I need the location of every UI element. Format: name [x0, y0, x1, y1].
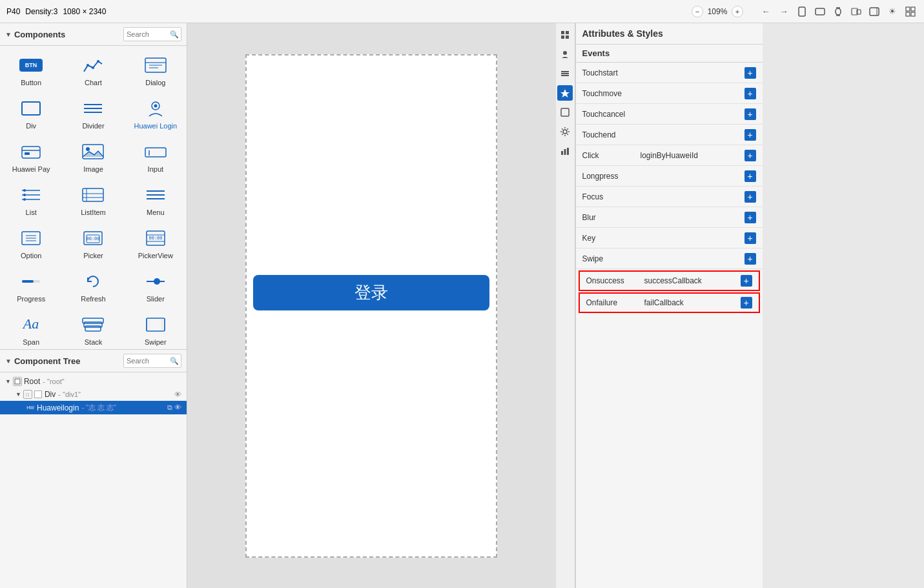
phone-portrait-icon[interactable]	[795, 5, 809, 19]
span-label: Span	[23, 338, 39, 346]
tree-node-div[interactable]: ▼ □ Div - "div1" 👁	[0, 388, 187, 401]
component-button[interactable]: BTN Button	[0, 48, 62, 92]
event-row-longpress: Longpress +	[576, 166, 763, 187]
focus-name: Focus	[582, 192, 641, 201]
component-list[interactable]: List	[0, 178, 62, 221]
onfailure-name: Onfailure	[586, 298, 644, 307]
component-huawei-login[interactable]: Huawei Login	[125, 92, 187, 135]
side-settings-icon[interactable]	[557, 124, 573, 139]
svg-rect-0	[799, 7, 805, 16]
right-panel: Attributes & Styles Events Touchstart + …	[575, 23, 763, 588]
touchstart-name: Touchstart	[582, 68, 641, 77]
list-label: List	[26, 208, 37, 216]
svg-rect-79	[561, 73, 569, 74]
component-chart[interactable]: Chart	[62, 48, 124, 92]
onfailure-add-btn[interactable]: +	[741, 297, 752, 309]
component-stack[interactable]: Stack	[62, 308, 124, 349]
event-row-onsuccess: Onsuccess successCallback +	[579, 270, 760, 291]
tree-node-root[interactable]: ▼ Root - "root"	[0, 375, 187, 388]
divider-label: Divider	[82, 122, 104, 130]
component-span[interactable]: Aa Span	[0, 308, 62, 349]
side-frame-icon[interactable]	[557, 105, 573, 120]
touchend-add-btn[interactable]: +	[744, 129, 756, 141]
tablet-icon[interactable]	[867, 5, 881, 19]
main-layout: ▼ Components 🔍 BTN Button Chart	[0, 23, 924, 588]
component-image[interactable]: Image	[62, 135, 124, 178]
root-value: - "root"	[43, 378, 64, 385]
focus-add-btn[interactable]: +	[744, 191, 756, 203]
svg-point-40	[23, 198, 26, 201]
svg-rect-66	[83, 318, 103, 323]
touchmove-add-btn[interactable]: +	[744, 88, 756, 99]
onsuccess-add-btn[interactable]: +	[741, 275, 752, 287]
side-user-icon[interactable]	[557, 46, 573, 62]
eye-icon-2[interactable]: 👁	[174, 403, 181, 412]
svg-point-27	[154, 105, 157, 108]
component-swiper[interactable]: Swiper	[125, 308, 187, 349]
event-row-touchcancel: Touchcancel +	[576, 104, 763, 125]
div-label: Div	[26, 122, 36, 130]
side-component-icon[interactable]	[557, 27, 573, 43]
zoom-out-button[interactable]: −	[692, 6, 703, 17]
component-tree-section: ▼ Component Tree 🔍 ▼ Root - "root"	[0, 349, 187, 588]
event-row-touchmove: Touchmove +	[576, 83, 763, 104]
component-pickerview[interactable]: 00:00 PickerView	[125, 221, 187, 265]
svg-text:00:00: 00:00	[149, 236, 162, 241]
touchcancel-add-btn[interactable]: +	[744, 108, 756, 120]
watch-icon[interactable]	[831, 5, 845, 19]
divider-icon	[80, 97, 106, 120]
device-label: P40	[6, 7, 20, 16]
tree-node-huaweilogin[interactable]: HW Huaweilogin - "志 志 志" ⧉ 👁	[0, 401, 187, 414]
copy-icon[interactable]: ⧉	[167, 403, 172, 412]
blur-add-btn[interactable]: +	[744, 212, 756, 223]
components-arrow-icon: ▼	[5, 31, 12, 38]
eye-icon[interactable]: 👁	[174, 390, 181, 398]
touchstart-add-btn[interactable]: +	[744, 67, 756, 79]
component-option[interactable]: Option	[0, 221, 62, 265]
tree-expand-div: ▼	[15, 391, 21, 398]
component-div[interactable]: Div	[0, 92, 62, 135]
component-slider[interactable]: Slider	[125, 265, 187, 308]
root-type-badge	[13, 377, 22, 386]
huaweilogin-tree-value: - "志 志 志"	[81, 403, 116, 412]
huawei-login-label: Huawei Login	[134, 122, 178, 130]
multi-device-icon[interactable]	[849, 5, 863, 19]
key-add-btn[interactable]: +	[744, 232, 756, 244]
zoom-in-button[interactable]: +	[732, 6, 743, 17]
huawei-type-badge: HW	[26, 403, 35, 412]
refresh-icon	[80, 270, 106, 293]
component-menu[interactable]: Menu	[125, 178, 187, 221]
click-add-btn[interactable]: +	[744, 150, 756, 161]
event-row-click: Click loginByHuaweiId +	[576, 145, 763, 166]
svg-text:Aa: Aa	[22, 316, 39, 332]
component-listitem[interactable]: ListItem	[62, 178, 124, 221]
svg-text:BTN: BTN	[25, 62, 37, 68]
grid-icon[interactable]	[903, 5, 918, 19]
side-events-icon[interactable]	[557, 85, 573, 101]
listitem-icon	[80, 183, 106, 207]
list-icon	[18, 183, 44, 207]
phone-landscape-icon[interactable]	[813, 5, 827, 19]
sun-icon[interactable]: ☀	[885, 5, 899, 19]
touchend-name: Touchend	[582, 130, 641, 139]
component-refresh[interactable]: Refresh	[62, 265, 124, 308]
component-progress[interactable]: Progress	[0, 265, 62, 308]
longpress-name: Longpress	[582, 172, 641, 181]
div-checkbox[interactable]	[34, 390, 42, 398]
button-icon: BTN	[18, 54, 44, 77]
longpress-add-btn[interactable]: +	[744, 170, 756, 182]
side-layers-icon[interactable]	[557, 66, 573, 81]
login-button[interactable]: 登录	[253, 275, 489, 310]
component-divider[interactable]: Divider	[62, 92, 124, 135]
blur-name: Blur	[582, 213, 641, 222]
component-input[interactable]: Input	[125, 135, 187, 178]
redo-button[interactable]: →	[777, 5, 791, 19]
component-huawei-pay[interactable]: Huawei Pay	[0, 135, 62, 178]
component-dialog[interactable]: Dialog	[125, 48, 187, 92]
side-chart-icon[interactable]	[557, 143, 573, 159]
undo-button[interactable]: ←	[759, 5, 773, 19]
option-label: Option	[21, 252, 41, 259]
image-label: Image	[83, 165, 103, 173]
swipe-add-btn[interactable]: +	[744, 253, 756, 265]
component-picker[interactable]: 00:00 Picker	[62, 221, 124, 265]
